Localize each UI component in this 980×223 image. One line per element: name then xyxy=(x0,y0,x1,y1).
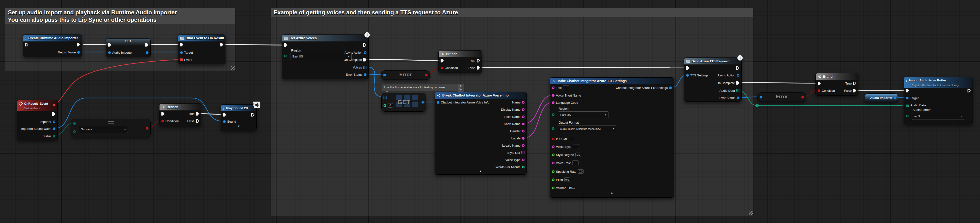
wire-locale-languagecode[interactable] xyxy=(524,102,553,138)
pitch-value[interactable]: 0.0 xyxy=(564,177,570,182)
region-pin[interactable] xyxy=(284,53,286,59)
node-import-audio-from-buffer[interactable]: f Import Audio from Buffer Target is Run… xyxy=(904,77,973,124)
true-exec-pin[interactable]: True xyxy=(469,58,480,63)
wire-exec-bind-getvoices[interactable] xyxy=(224,44,284,45)
status-pin[interactable]: Status xyxy=(43,133,56,139)
wire-errorstatus-error2[interactable] xyxy=(739,97,760,98)
exec-in-pin[interactable] xyxy=(441,58,444,63)
node-set-audio-importer[interactable]: SET Audio Importer xyxy=(106,38,151,57)
output-format-dropdown[interactable]: audio-16khz-32kbitrate-mono-mp3 ▾ xyxy=(558,125,616,132)
region-pin[interactable] xyxy=(552,112,555,117)
region-dropdown[interactable]: East US ▾ xyxy=(290,53,352,60)
condition-pin[interactable]: Condition xyxy=(441,65,458,70)
return-value-pin[interactable]: Return Value xyxy=(58,50,80,55)
voice-info-in-pin[interactable]: Chatbot Integrator Azure Voice Info xyxy=(437,100,489,105)
node-branch-1[interactable]: Branch Condition True False xyxy=(159,103,201,126)
ttssettings-out-pin[interactable]: Chatbot Integrator Azure TTSSettings xyxy=(616,85,672,90)
locale-pin[interactable]: Locale xyxy=(511,136,525,141)
style-list-pin[interactable]: Style List xyxy=(507,150,525,155)
node-array-get[interactable]: GET 0 xyxy=(381,93,426,112)
node-get-azure-voices[interactable]: Get Azure Voices Region East US ▾ Async … xyxy=(282,35,369,79)
voices-array-pin[interactable]: Voices xyxy=(353,65,366,70)
local-name-pin[interactable]: Local Name xyxy=(504,114,525,119)
node-get-audio-importer-variable[interactable]: Audio Importer xyxy=(865,93,898,102)
false-exec-pin[interactable]: False xyxy=(468,65,480,70)
equals-input-b-pin[interactable] xyxy=(73,129,76,134)
exec-in-pin[interactable] xyxy=(108,42,111,47)
node-error-macro-2[interactable]: Error xyxy=(757,92,806,102)
true-exec-pin[interactable]: True xyxy=(188,111,199,116)
output-format-pin[interactable] xyxy=(552,126,555,131)
node-make-azure-ttssettings[interactable]: Make Chatbot Integrator Azure TTSSetting… xyxy=(550,77,674,198)
gender-pin[interactable]: Gender xyxy=(510,128,525,134)
collapse-chevron[interactable]: ▴ xyxy=(435,169,527,173)
exec-out-pin[interactable] xyxy=(736,65,740,71)
on-complete-pin[interactable]: On Complete xyxy=(344,57,366,62)
node-bind-event-to-on-result[interactable]: Bind Event to On Result Target Event xyxy=(178,35,226,64)
exec-in-pin[interactable] xyxy=(223,112,226,117)
volume-value[interactable]: 100.0 xyxy=(568,186,576,190)
exec-in-pin[interactable] xyxy=(686,65,689,71)
style-degree-pin[interactable]: Style Degree 1.0 xyxy=(552,152,581,157)
words-per-minute-pin[interactable]: Words Per Minute xyxy=(496,164,525,169)
element-out-pin[interactable] xyxy=(422,100,424,105)
exec-out-pin[interactable] xyxy=(77,42,80,47)
error-out-pin[interactable] xyxy=(425,72,428,77)
array-in-pin[interactable] xyxy=(383,95,387,100)
async-action-pin[interactable]: Async Action xyxy=(718,73,740,78)
pitch-pin[interactable]: Pitch 0.0 xyxy=(552,177,570,182)
delegate-out-pin[interactable] xyxy=(53,104,56,106)
equals-result-pin[interactable] xyxy=(146,125,148,131)
exec-out-pin[interactable] xyxy=(967,88,970,93)
voice-style-pin[interactable]: Voice Style xyxy=(552,144,579,149)
audio-format-pin[interactable] xyxy=(906,113,908,119)
target-pin[interactable]: Target xyxy=(180,50,193,55)
sound-pin[interactable]: Sound xyxy=(223,119,236,124)
exec-in-pin[interactable] xyxy=(906,88,909,93)
wire-shortname-voiceshortname[interactable] xyxy=(524,95,553,123)
exec-in-pin[interactable] xyxy=(161,111,164,116)
error-in-pin[interactable] xyxy=(760,94,762,100)
display-name-pin[interactable]: Display Name xyxy=(501,107,525,112)
node-onresult-custom-event[interactable]: OnResult_Event Custom Event Importer Imp… xyxy=(17,100,57,140)
node-send-azure-tts-request[interactable]: Send Azure TTS Request TTS Settings Asyn… xyxy=(684,57,741,101)
audio-importer-out-pin[interactable] xyxy=(146,50,148,55)
is-ssml-pin[interactable]: Is SSML xyxy=(552,136,575,142)
audio-data-pin[interactable]: Audio Data xyxy=(719,88,740,93)
exec-out-pin[interactable] xyxy=(251,112,255,117)
voice-role-pin[interactable]: Voice Role xyxy=(552,160,579,166)
reroute-knot-audio-data[interactable] xyxy=(756,104,759,107)
locale-name-pin[interactable]: Locale Name xyxy=(502,143,525,148)
audio-importer-in-pin[interactable]: Audio Importer xyxy=(108,50,133,55)
name-pin[interactable]: Name xyxy=(512,100,525,105)
wire-oncomplete-branch3[interactable] xyxy=(740,83,816,83)
node-branch-2[interactable]: Branch Condition True False xyxy=(438,50,482,73)
exec-in-pin[interactable] xyxy=(180,42,183,47)
node-play-sound-2d[interactable]: f Play Sound 2D Sound ▾ xyxy=(221,104,257,130)
language-code-pin[interactable]: Language Code xyxy=(552,100,578,105)
voice-role-box[interactable] xyxy=(572,160,579,165)
imported-sound-wave-pin[interactable]: Imported Sound Wave xyxy=(21,126,56,131)
false-exec-pin[interactable]: False xyxy=(844,88,856,93)
expand-advanced-chevron[interactable]: ▾ xyxy=(221,124,256,128)
exec-in-pin[interactable] xyxy=(818,81,821,86)
error-in-pin[interactable] xyxy=(383,72,386,77)
speaking-rate-value[interactable]: 0.0 xyxy=(578,169,583,174)
error-status-pin[interactable]: Error Status xyxy=(346,72,366,77)
equals-input-a-pin[interactable] xyxy=(73,121,76,126)
blueprint-graph-canvas[interactable]: Set up audio import and playback via Run… xyxy=(0,0,980,223)
speaking-rate-pin[interactable]: Speaking Rate 0.0 xyxy=(552,169,584,174)
target-pin[interactable]: Target xyxy=(906,95,919,101)
voice-style-box[interactable] xyxy=(573,144,579,149)
node-create-runtime-audio-importer[interactable]: f Create Runtime Audio Importer Return V… xyxy=(23,35,82,57)
text-pin[interactable]: Text xyxy=(552,85,570,90)
wire-oncomplete-branch2[interactable] xyxy=(367,59,440,60)
event-pin[interactable]: Event xyxy=(180,57,192,62)
tts-settings-pin[interactable]: TTS Settings xyxy=(686,73,708,78)
text-value-box[interactable] xyxy=(563,85,570,90)
is-ssml-checkbox[interactable] xyxy=(569,137,575,141)
exec-in-pin[interactable] xyxy=(25,42,28,47)
exec-out-pin[interactable] xyxy=(363,43,366,47)
exec-in-pin[interactable] xyxy=(284,43,287,47)
importer-pin[interactable]: Importer xyxy=(40,119,56,124)
